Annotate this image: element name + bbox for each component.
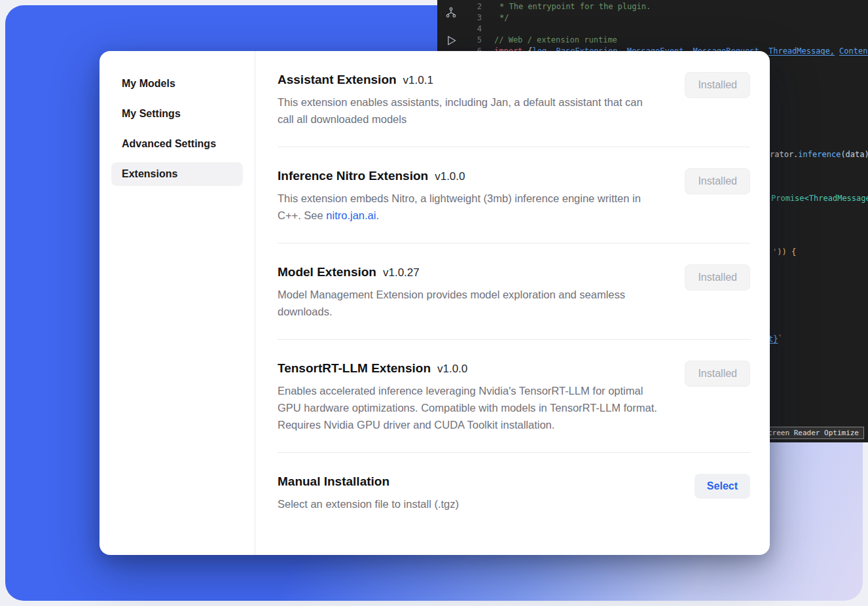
extensions-list: Assistant Extension v1.0.1 This extensio… xyxy=(255,51,770,555)
extension-title-line: Manual Installation xyxy=(278,472,459,491)
extension-version: v1.0.1 xyxy=(403,74,433,87)
extension-info: Assistant Extension v1.0.1 This extensio… xyxy=(278,71,660,128)
extension-info: TensortRT-LLM Extension v1.0.0 Enables a… xyxy=(278,359,660,433)
code-comment: */ xyxy=(494,13,509,22)
extension-title-line: Model Extension v1.0.27 xyxy=(278,263,660,281)
extension-title: Assistant Extension xyxy=(278,71,397,89)
extension-title: Model Extension xyxy=(278,263,376,281)
extension-row-nitro: Inference Nitro Extension v1.0.0 This ex… xyxy=(278,147,750,243)
code-area: 2* The entrypoint for the plugin. 3*/ 4 … xyxy=(465,1,868,57)
sidebar-item-extensions[interactable]: Extensions xyxy=(111,162,243,186)
extension-row-assistant: Assistant Extension v1.0.1 This extensio… xyxy=(278,51,750,147)
code-line: 2* The entrypoint for the plugin. xyxy=(465,1,868,12)
code-line: 5// Web / extension runtime xyxy=(465,35,868,46)
code-text: (data)); xyxy=(841,150,868,159)
extension-info: Inference Nitro Extension v1.0.0 This ex… xyxy=(278,167,660,224)
code-fragment: ')) { xyxy=(772,247,796,257)
code-text: Promise xyxy=(771,194,805,203)
code-text: t} xyxy=(769,334,778,344)
extension-version: v1.0.0 xyxy=(437,363,467,376)
extension-info: Model Extension v1.0.27 Model Management… xyxy=(278,263,660,320)
installed-button[interactable]: Installed xyxy=(685,72,750,98)
extension-title-line: Inference Nitro Extension v1.0.0 xyxy=(278,167,660,185)
manual-installation-title: Manual Installation xyxy=(278,472,389,491)
nitro-jan-ai-link[interactable]: nitro.jan.ai. xyxy=(326,209,379,221)
extension-title: Inference Nitro Extension xyxy=(278,167,428,185)
page: 2* The entrypoint for the plugin. 3*/ 4 … xyxy=(0,0,868,606)
run-play-icon[interactable] xyxy=(444,34,458,47)
code-line: 3*/ xyxy=(465,12,868,24)
git-branch-icon[interactable] xyxy=(445,7,457,18)
screen-reader-badge[interactable]: Screen Reader Optimize xyxy=(758,427,864,439)
extension-version: v1.0.0 xyxy=(435,170,465,183)
installed-button[interactable]: Installed xyxy=(685,361,750,387)
line-number: 3 xyxy=(465,12,482,24)
sidebar-item-my-settings[interactable]: My Settings xyxy=(111,102,243,126)
extension-row-tensorrt: TensortRT-LLM Extension v1.0.0 Enables a… xyxy=(278,340,750,453)
code-fragment: t}` xyxy=(769,334,783,344)
line-number: 5 xyxy=(465,35,482,46)
select-file-button[interactable]: Select xyxy=(695,474,750,499)
code-comment: * The entrypoint for the plugin. xyxy=(494,2,651,11)
extension-title: TensortRT-LLM Extension xyxy=(278,359,431,378)
code-fragment: Promise<ThreadMessage> xyxy=(771,194,868,203)
extension-description: This extension enables assistants, inclu… xyxy=(278,94,660,128)
code-text: <ThreadMessage> xyxy=(805,194,868,203)
code-text: )) { xyxy=(777,247,796,257)
extension-version: v1.0.27 xyxy=(383,266,420,279)
code-line: 4 xyxy=(465,24,868,35)
extension-info: Manual Installation Select an extension … xyxy=(278,472,459,512)
line-number: 2 xyxy=(465,1,482,12)
code-comment: // Web / extension runtime xyxy=(494,35,617,45)
extension-title-line: TensortRT-LLM Extension v1.0.0 xyxy=(278,359,660,378)
manual-installation-row: Manual Installation Select an extension … xyxy=(278,453,750,531)
installed-button[interactable]: Installed xyxy=(685,168,750,194)
extension-row-model: Model Extension v1.0.27 Model Management… xyxy=(278,243,750,340)
settings-sidebar: My Models My Settings Advanced Settings … xyxy=(99,51,255,555)
code-fragment: rator.inference(data)); xyxy=(770,150,868,159)
code-text: ` xyxy=(778,334,782,344)
sidebar-item-advanced-settings[interactable]: Advanced Settings xyxy=(111,132,243,156)
code-token: ContentType xyxy=(839,46,868,56)
settings-modal: My Models My Settings Advanced Settings … xyxy=(99,51,770,555)
line-number: 4 xyxy=(465,24,482,35)
installed-button[interactable]: Installed xyxy=(685,264,750,291)
extension-description: Model Management Extension provides mode… xyxy=(278,286,660,320)
manual-installation-description: Select an extension file to install (.tg… xyxy=(278,495,459,512)
code-text: inference xyxy=(798,150,841,159)
code-token: ThreadMessage, xyxy=(769,46,835,56)
code-text: rator. xyxy=(770,150,798,159)
extension-description: Enables accelerated inference leveraging… xyxy=(278,382,660,433)
extension-title-line: Assistant Extension v1.0.1 xyxy=(278,71,660,89)
sidebar-item-my-models[interactable]: My Models xyxy=(111,72,243,96)
extension-description: This extension embeds Nitro, a lightweig… xyxy=(278,190,660,224)
